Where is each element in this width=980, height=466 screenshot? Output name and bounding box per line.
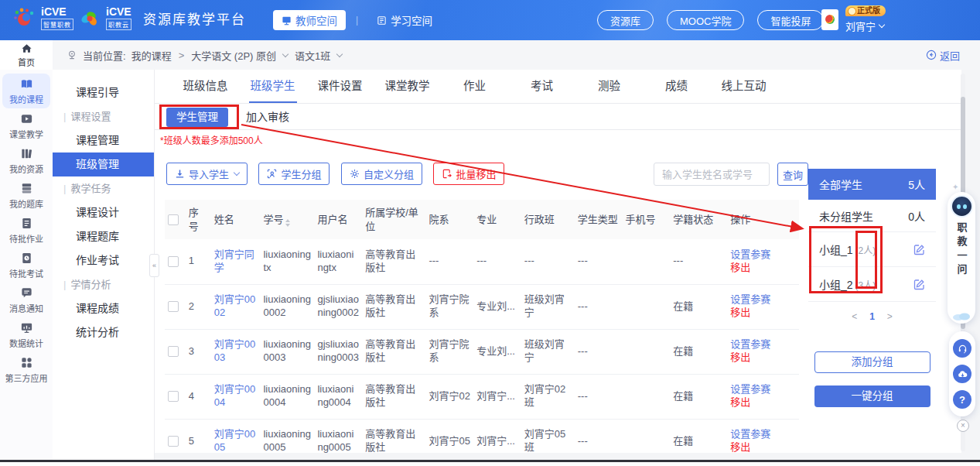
homework-doc-icon [20,217,33,230]
set-contest-link[interactable]: 设置参赛 [730,338,796,351]
sidebar-item-my-courses[interactable]: 我的课程 [2,74,50,108]
cell-enrollment-status: --- [670,239,727,284]
link-smart-casting[interactable]: 智能投屏 [757,10,824,30]
class-tab[interactable]: 考试 [508,70,575,103]
custom-group-button[interactable]: 自定义分组 [341,163,422,185]
remove-link[interactable]: 移出 [730,396,796,409]
group-row[interactable]: 小组_2 (3人) [808,267,936,302]
course-menu-item[interactable]: 学情分析 [53,272,154,296]
sidebar-item-classroom-teaching[interactable]: 课堂教学 [2,108,50,143]
edit-group-button[interactable] [913,244,925,255]
remove-link[interactable]: 移出 [730,307,796,320]
batch-remove-button[interactable]: 批量移出 [433,163,504,185]
menu-collapse-handle[interactable]: « [149,254,159,277]
remove-link[interactable]: 移出 [730,262,796,275]
select-all-checkbox[interactable] [168,214,179,225]
app-doc-icon[interactable] [821,9,838,30]
table-row: 3 刘宵宁0003 liuxiaoning0003 gjsliuxiaoning… [165,329,799,374]
remove-link[interactable]: 移出 [730,351,796,365]
sidebar-item-notifications[interactable]: 消息通知 [2,283,50,317]
breadcrumb-course-dropdown[interactable]: 大学语文 (2P) 原创 [191,48,276,63]
set-contest-link[interactable]: 设置参赛 [730,293,796,307]
group-row[interactable]: 小组_1 (2人) [808,232,936,267]
row-checkbox[interactable] [168,256,179,267]
help-button[interactable]: ? [953,390,971,409]
course-menu-item[interactable]: 课程题库 [53,224,154,248]
cell-student-type: --- [575,239,623,284]
subtab-student-manage[interactable]: 学生管理 [166,108,228,127]
cell-name-link[interactable]: 刘宵宁0003 [211,329,261,374]
link-resource-library[interactable]: 资源库 [597,10,654,30]
sidebar-item-pending-homework[interactable]: 待批作业 [2,213,50,248]
set-contest-link[interactable]: 设置参赛 [730,428,796,441]
cell-school: 高等教育出版社 [362,239,425,284]
course-menu-item[interactable]: 课程引导 [53,81,154,105]
sort-icon[interactable] [285,219,290,227]
class-tab[interactable]: 班级信息 [172,70,239,103]
breadcrumb-my-courses[interactable]: 我的课程 [131,48,172,63]
breadcrumb-class-dropdown[interactable]: 语文1班 [295,48,330,63]
search-button[interactable]: 查询 [777,163,808,186]
set-contest-link[interactable]: 设置参赛 [730,248,796,262]
class-tab[interactable]: 作业 [441,70,508,103]
row-checkbox[interactable] [168,436,179,447]
class-tab[interactable]: 班级学生 [239,70,306,103]
class-tab[interactable]: 课件设置 [306,70,374,103]
cell-name-link[interactable]: 刘宵宁0002 [211,284,261,329]
sidebar-item-home[interactable]: 首页 [0,40,53,70]
teacher-space-button[interactable]: 教师空间 [273,10,346,30]
page-current[interactable]: 1 [869,311,875,322]
course-menu-item[interactable]: 统计分析 [53,320,154,344]
sidebar-item-my-question-bank[interactable]: 我的题库 [2,178,50,213]
page-prev[interactable]: < [852,311,857,322]
cell-name-link[interactable]: 刘宵宁同学 [211,239,261,284]
user-menu[interactable]: 刘宵宁 [845,19,884,33]
sidebar-item-pending-exams[interactable]: 待批考试 [2,248,50,283]
home-icon [20,42,33,55]
sidebar-item-third-party-apps[interactable]: 第三方应用 [2,352,50,387]
sidebar-item-data-statistics[interactable]: 数据统计 [2,317,50,352]
rail-label: 待批考试 [9,267,43,279]
auto-group-button[interactable]: 一键分组 [814,385,930,407]
close-widget-button[interactable]: × [957,420,969,432]
course-menu-item[interactable]: 班级管理 [53,152,154,176]
assistant-widget[interactable]: 职教一问 [948,192,975,324]
course-menu-item[interactable]: 课程设计 [53,200,154,224]
learning-space-button[interactable]: 学习空间 [368,10,441,30]
class-tab[interactable]: 课堂教学 [374,70,441,103]
class-tab[interactable]: 成绩 [643,70,710,103]
row-checkbox[interactable] [168,301,179,312]
page-next[interactable]: > [887,311,893,322]
download-button[interactable] [953,365,971,383]
student-group-button[interactable]: 学生分组 [258,163,330,185]
course-menu-item[interactable]: 教学任务 [53,176,154,200]
col-student-id[interactable]: 学号 [260,200,314,239]
course-menu-item[interactable]: 课程成绩 [53,296,154,320]
back-button[interactable]: 返回 [926,48,960,63]
col-username: 用户名 [314,200,362,239]
row-checkbox[interactable] [168,391,179,402]
cell-username: gjsliuxiaoning0002 [314,284,362,329]
edit-group-button[interactable] [913,279,925,290]
course-menu-item[interactable]: 课程设置 [53,105,154,128]
all-students-row[interactable]: 全部学生 5人 [808,169,936,200]
subtab-join-review[interactable]: 加入审核 [246,108,289,127]
cell-phone [623,284,671,329]
cell-name-link[interactable]: 刘宵宁0004 [211,374,261,419]
import-students-button[interactable]: 导入学生 [166,163,248,185]
sidebar-item-my-resources[interactable]: 我的资源 [2,143,50,178]
remove-link[interactable]: 移出 [730,441,796,453]
course-menu-item[interactable]: 课程管理 [53,128,154,152]
cell-name-link[interactable]: 刘宵宁0005 [211,419,261,453]
set-contest-link[interactable]: 设置参赛 [730,383,796,396]
logo-secondary-name: iCVE [106,6,131,17]
ungrouped-students-row[interactable]: 未分组学生 0人 [808,200,936,232]
row-checkbox[interactable] [168,346,179,357]
class-tab[interactable]: 线上互动 [710,70,777,103]
student-search-input[interactable] [654,163,770,186]
course-menu-item[interactable]: 作业考试 [53,248,154,272]
add-group-button[interactable]: 添加分组 [814,351,930,373]
customer-service-button[interactable] [953,339,971,358]
class-tab[interactable]: 测验 [575,70,643,103]
link-mooc-academy[interactable]: MOOC学院 [667,10,744,30]
